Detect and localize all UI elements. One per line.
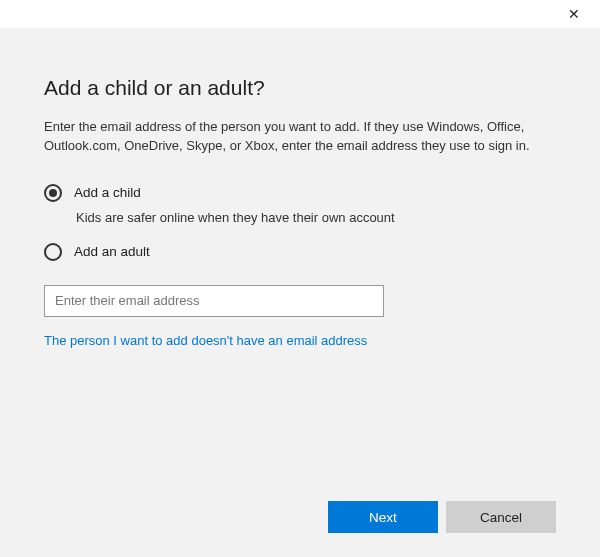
radio-add-child[interactable]: Add a child xyxy=(44,184,556,202)
radio-child-label: Add a child xyxy=(74,185,141,200)
dialog-panel: Add a child or an adult? Enter the email… xyxy=(0,28,600,557)
radio-add-adult[interactable]: Add an adult xyxy=(44,243,556,261)
radio-adult-label: Add an adult xyxy=(74,244,150,259)
titlebar: ✕ xyxy=(0,0,600,28)
page-title: Add a child or an adult? xyxy=(44,76,556,100)
radio-icon xyxy=(44,184,62,202)
email-input[interactable] xyxy=(44,285,384,317)
radio-dot-icon xyxy=(49,189,57,197)
description-text: Enter the email address of the person yo… xyxy=(44,118,544,156)
next-button[interactable]: Next xyxy=(328,501,438,533)
child-hint-text: Kids are safer online when they have the… xyxy=(76,210,556,225)
close-icon: ✕ xyxy=(568,6,580,22)
cancel-button[interactable]: Cancel xyxy=(446,501,556,533)
no-email-link[interactable]: The person I want to add doesn't have an… xyxy=(44,333,367,348)
person-type-radio-group: Add a child Kids are safer online when t… xyxy=(44,184,556,261)
dialog-footer: Next Cancel xyxy=(328,501,556,533)
radio-icon xyxy=(44,243,62,261)
close-button[interactable]: ✕ xyxy=(560,0,588,28)
